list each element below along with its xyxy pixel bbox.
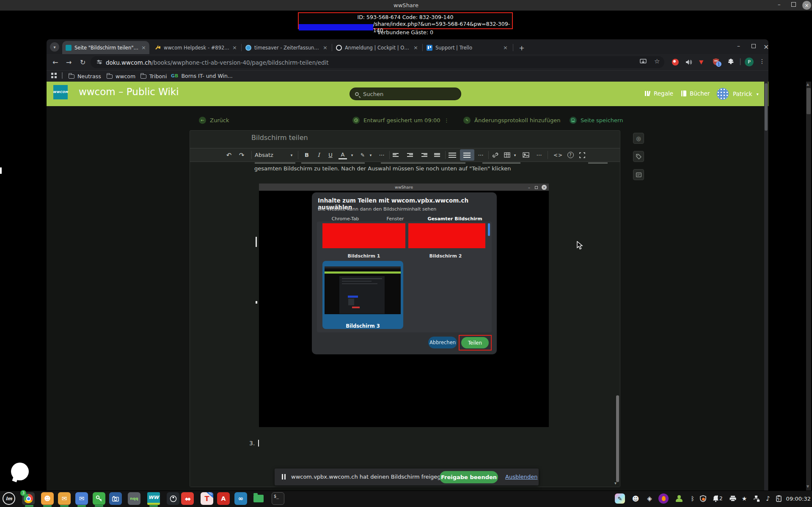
tray-dropbox-icon[interactable]: ◈ bbox=[644, 493, 655, 504]
italic-icon[interactable]: I bbox=[314, 148, 323, 162]
tray-star-icon[interactable]: ★ bbox=[739, 493, 749, 504]
tab-bildschirm-teilen[interactable]: Seite "Bildschirm teilen" bea × bbox=[62, 41, 149, 54]
tab-close-icon[interactable]: × bbox=[141, 44, 146, 51]
tab-close-icon[interactable]: × bbox=[232, 44, 237, 51]
profile-avatar[interactable]: P bbox=[745, 58, 754, 66]
nav-shelves[interactable]: Regale bbox=[645, 90, 673, 97]
site-settings-icon[interactable] bbox=[96, 59, 102, 65]
extension-adblock-icon[interactable] bbox=[672, 59, 679, 66]
draft-status[interactable]: Entwurf gesichert um 09:00 ⋮ bbox=[352, 117, 449, 124]
fullscreen-icon[interactable] bbox=[578, 148, 586, 162]
tab-helpdesk[interactable]: wwcom Helpdesk - #892804 × bbox=[151, 41, 240, 54]
browser-minimize-icon[interactable]: – bbox=[737, 42, 740, 49]
text-color-icon[interactable]: A bbox=[339, 151, 347, 159]
taskbar-acrobat[interactable]: A bbox=[217, 492, 230, 505]
tray-network-icon[interactable] bbox=[751, 493, 761, 504]
format-chevron-icon[interactable]: ▾ bbox=[289, 148, 295, 162]
bookmark-folder-neutrass[interactable]: Neutrass bbox=[69, 73, 101, 79]
align-center-icon[interactable] bbox=[407, 148, 415, 162]
site-title[interactable]: wwcom – Public Wiki bbox=[79, 86, 179, 97]
bookmark-folder-triboni[interactable]: Triboni bbox=[140, 73, 167, 79]
new-tab-button[interactable]: + bbox=[517, 43, 526, 52]
highlight-chevron-icon[interactable]: ▾ bbox=[368, 148, 373, 162]
more-list-icon[interactable]: ⋯ bbox=[476, 148, 486, 162]
tray-discord-icon[interactable]: ☻ bbox=[630, 493, 641, 504]
back-to-page-button[interactable]: ← Zurück bbox=[199, 117, 229, 124]
app-scroll-up-icon[interactable]: ▲ bbox=[806, 82, 809, 86]
changelog-button[interactable]: ✎ Änderungsprotokoll hinzufügen bbox=[463, 117, 560, 124]
tab-close-icon[interactable]: × bbox=[413, 44, 418, 51]
text-color-chevron-icon[interactable]: ▾ bbox=[350, 148, 355, 162]
tray-shield-icon[interactable] bbox=[698, 493, 708, 504]
highlight-pen-icon[interactable]: ✎ bbox=[358, 148, 367, 162]
taskbar-keepass[interactable] bbox=[93, 492, 105, 505]
align-right-icon[interactable] bbox=[421, 148, 429, 162]
app-scrollbar-track[interactable] bbox=[806, 82, 811, 491]
hide-notification-link[interactable]: Ausblenden bbox=[505, 474, 538, 480]
ordered-list-icon[interactable] bbox=[463, 148, 471, 162]
install-app-icon[interactable] bbox=[640, 59, 647, 65]
editor-scrollbar-thumb[interactable] bbox=[616, 395, 619, 482]
page-settings-toggle[interactable]: ◎ bbox=[633, 133, 644, 144]
app-scroll-down-icon[interactable]: ▼ bbox=[806, 485, 809, 488]
taskbar-files[interactable] bbox=[252, 492, 265, 505]
bookmark-folder-wwcom[interactable]: wwcom bbox=[107, 73, 135, 79]
tray-clipboard-icon[interactable]: ϟ bbox=[773, 493, 784, 504]
wiki-search-input[interactable]: Suchen bbox=[350, 88, 461, 100]
taskbar-diamond-app[interactable]: ◆◆ bbox=[181, 492, 194, 505]
tab-search-icon[interactable]: ▾ bbox=[50, 42, 59, 52]
extension-triangle-icon[interactable]: ▼ bbox=[699, 59, 703, 65]
taskbar-screenshot[interactable] bbox=[109, 492, 122, 505]
table-icon[interactable] bbox=[503, 148, 511, 162]
taskbar-timesaver[interactable]: WW bbox=[147, 492, 160, 505]
bold-icon[interactable]: B bbox=[302, 148, 311, 162]
tray-printer-icon[interactable] bbox=[728, 493, 738, 504]
tray-user-status-icon[interactable] bbox=[674, 493, 684, 504]
underline-icon[interactable]: U bbox=[326, 148, 335, 162]
templates-toggle[interactable] bbox=[633, 169, 644, 180]
nav-books[interactable]: Bücher bbox=[681, 90, 710, 97]
taskbar-obs[interactable] bbox=[167, 492, 179, 505]
browser-close-icon[interactable]: × bbox=[763, 43, 769, 51]
extensions-puzzle-icon[interactable] bbox=[728, 58, 735, 65]
tags-toggle[interactable] bbox=[633, 151, 644, 162]
taskbar-mail-blue[interactable]: ✉ bbox=[75, 492, 88, 505]
table-chevron-icon[interactable]: ▾ bbox=[512, 148, 517, 162]
taskbar-mail-orange[interactable]: ✉ bbox=[58, 492, 71, 505]
bullet-list-icon[interactable] bbox=[449, 148, 457, 162]
taskbar-chrome[interactable]: 3 bbox=[22, 492, 35, 505]
tray-flame-icon[interactable] bbox=[658, 493, 669, 504]
app-maximize-icon[interactable] bbox=[791, 2, 796, 7]
help-icon[interactable]: ? bbox=[566, 148, 575, 162]
back-icon[interactable]: ← bbox=[52, 58, 58, 66]
reload-icon[interactable]: ↻ bbox=[80, 58, 85, 66]
save-page-button[interactable]: Seite speichern bbox=[570, 117, 623, 124]
page-scrollbar-thumb[interactable] bbox=[765, 83, 768, 131]
browser-menu-icon[interactable]: ⋮ bbox=[759, 58, 765, 65]
tray-bluetooth-icon[interactable]: ᛒ bbox=[688, 493, 698, 504]
tab-close-icon[interactable]: × bbox=[323, 44, 328, 51]
apps-grid-icon[interactable] bbox=[51, 73, 57, 78]
extension-volume-icon[interactable] bbox=[685, 59, 692, 66]
bookmark-borns[interactable]: GB Borns IT- und Win... bbox=[171, 73, 233, 79]
taskbar-notepadqq[interactable]: nqq bbox=[128, 492, 140, 505]
link-icon[interactable] bbox=[491, 148, 500, 162]
redo-icon[interactable]: ↷ bbox=[237, 148, 246, 162]
app-minimize-icon[interactable]: – bbox=[778, 1, 781, 8]
tray-music-icon[interactable]: ♪ bbox=[763, 493, 773, 504]
taskbar-teamviewer[interactable]: T FREE bbox=[201, 492, 213, 505]
tab-close-icon[interactable]: × bbox=[503, 44, 508, 51]
taskbar-terminal[interactable]: $_ bbox=[272, 492, 284, 505]
taskbar-mint-menu[interactable]: lm bbox=[3, 492, 15, 505]
tab-timesaver[interactable]: timesaver - Zeiterfassung lei × bbox=[242, 41, 331, 54]
more-insert-icon[interactable]: ⋯ bbox=[534, 148, 544, 162]
app-scrollbar-thumb[interactable] bbox=[806, 88, 811, 114]
undo-icon[interactable]: ↶ bbox=[224, 148, 234, 162]
user-menu[interactable]: Patrick ▾ bbox=[717, 88, 759, 100]
wiki-logo[interactable]: WWCOM bbox=[53, 85, 68, 99]
forward-icon[interactable]: → bbox=[66, 58, 72, 66]
image-icon[interactable] bbox=[521, 148, 531, 162]
tab-cockpit[interactable]: Anmeldung | Cockpit | Open × bbox=[333, 41, 421, 54]
taskbar-clock[interactable]: 09:00:32 bbox=[785, 496, 811, 502]
bookmark-star-icon[interactable]: ☆ bbox=[654, 58, 660, 65]
